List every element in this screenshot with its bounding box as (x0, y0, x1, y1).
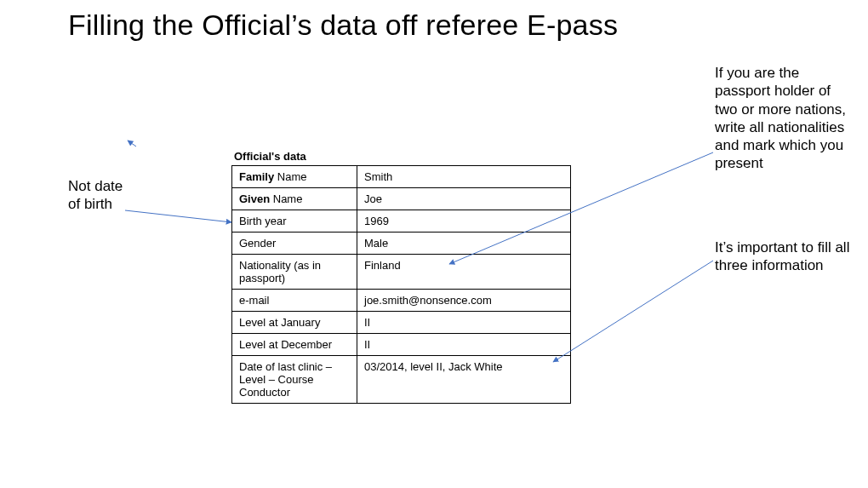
row-label: Level at December (232, 334, 357, 356)
row-value: II (357, 312, 571, 334)
slide-title: Filling the Official’s data off referee … (68, 9, 618, 42)
table-heading: Official's data (234, 150, 306, 163)
officials-data-table: Family NameSmithGiven NameJoeBirth year1… (231, 165, 571, 404)
row-label: Family Name (232, 166, 357, 188)
row-label: Given Name (232, 188, 357, 210)
row-value: 03/2014, level II, Jack White (357, 356, 571, 404)
table-row: e-mailjoe.smith@nonsence.com (232, 290, 571, 312)
row-value: 1969 (357, 210, 571, 233)
svg-line-1 (128, 141, 136, 146)
annotation-fill-all-three: It’s important to fill all three informa… (715, 238, 851, 275)
row-value: Smith (357, 166, 571, 188)
row-value: Joe (357, 188, 571, 210)
annotation-not-date-of-birth: Not date of birth (68, 177, 128, 214)
row-label: Gender (232, 233, 357, 255)
annotation-multiple-nationalities: If you are the passport holder of two or… (715, 64, 851, 173)
row-value: II (357, 334, 571, 356)
row-value: Finland (357, 255, 571, 290)
row-label: Birth year (232, 210, 357, 233)
row-value: joe.smith@nonsence.com (357, 290, 571, 312)
row-label: Level at January (232, 312, 357, 334)
table-row: Level at DecemberII (232, 334, 571, 356)
row-label: Nationality (as in passport) (232, 255, 357, 290)
table-row: Given NameJoe (232, 188, 571, 210)
table-row: Birth year1969 (232, 210, 571, 233)
table-row: GenderMale (232, 233, 571, 255)
row-label: e-mail (232, 290, 357, 312)
row-label: Date of last clinic – Level – Course Con… (232, 356, 357, 404)
svg-line-0 (125, 210, 231, 222)
svg-line-3 (553, 261, 713, 362)
table-row: Family NameSmith (232, 166, 571, 188)
table-row: Nationality (as in passport)Finland (232, 255, 571, 290)
table-row: Level at JanuaryII (232, 312, 571, 334)
table-row: Date of last clinic – Level – Course Con… (232, 356, 571, 404)
row-value: Male (357, 233, 571, 255)
